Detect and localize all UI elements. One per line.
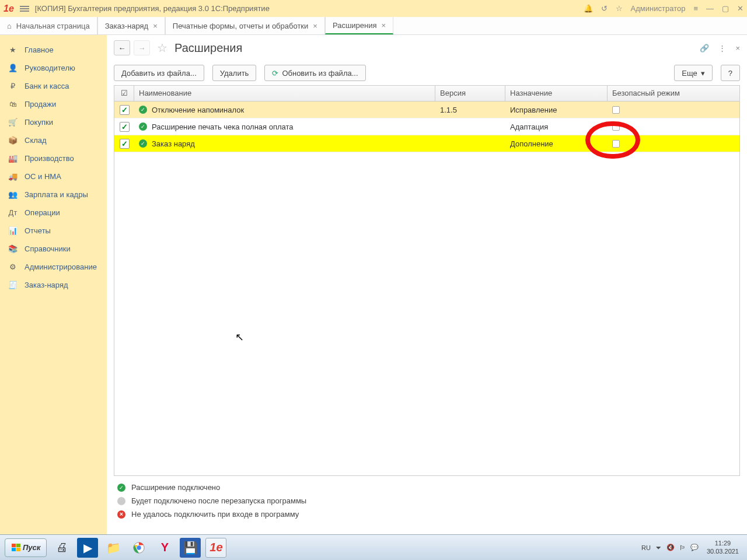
legend-label: Расширение подключено bbox=[131, 483, 220, 492]
sidebar-item-reports[interactable]: 📊Отчеты bbox=[0, 222, 107, 240]
minimize-button[interactable]: — bbox=[706, 4, 714, 13]
cell-version: 1.1.5 bbox=[435, 106, 505, 114]
sidebar-item-label: Операции bbox=[25, 208, 60, 217]
status-ok-icon: ✓ bbox=[117, 484, 125, 492]
main-content: ← → ☆ Расширения 🔗 ⋮ × Добавить из файла… bbox=[107, 35, 747, 534]
sidebar-item-order-form[interactable]: 🧾Заказ-наряд bbox=[0, 276, 107, 294]
taskbar: Пуск 🖨 ▶ 📁 Y 💾 1e RU ⏷ 🔇 🏳 💬 11:29 30.03… bbox=[0, 534, 747, 560]
table-row[interactable]: ✓Заказ наряд Дополнение bbox=[114, 135, 739, 152]
column-safe-mode[interactable]: Безопасный режим bbox=[608, 86, 739, 101]
help-button[interactable]: ? bbox=[721, 65, 740, 81]
status-pending-icon bbox=[117, 497, 125, 505]
status-fail-icon: × bbox=[117, 510, 125, 519]
table-body: ✓Отключение напоминалок 1.1.5 Исправлени… bbox=[114, 102, 739, 475]
cell-purpose: Дополнение bbox=[505, 139, 608, 148]
more-button[interactable]: Еще ▾ bbox=[674, 65, 712, 81]
add-from-file-button[interactable]: Добавить из файла... bbox=[114, 65, 204, 81]
tab-label: Печатные формы, отчеты и обработки bbox=[173, 22, 309, 30]
close-icon[interactable]: × bbox=[313, 22, 317, 30]
favorite-icon[interactable]: ☆ bbox=[157, 41, 167, 55]
close-window-button[interactable]: ✕ bbox=[737, 4, 743, 13]
legend-row-fail: ×Не удалось подключить при входе в прогр… bbox=[117, 510, 736, 519]
tray-chevron-icon[interactable]: ⏷ bbox=[655, 544, 662, 551]
safe-mode-checkbox[interactable] bbox=[612, 123, 620, 131]
bell-icon[interactable]: 🔔 bbox=[584, 4, 593, 13]
tray-lang[interactable]: RU bbox=[641, 544, 651, 551]
column-purpose[interactable]: Назначение bbox=[505, 86, 608, 101]
person-icon: 👤 bbox=[8, 64, 18, 72]
tab-order[interactable]: Заказ-наряд × bbox=[97, 17, 165, 34]
sidebar-item-catalogs[interactable]: 📚Справочники bbox=[0, 240, 107, 258]
column-version[interactable]: Версия bbox=[435, 86, 505, 101]
taskbar-app-server[interactable]: 🖨 bbox=[51, 538, 72, 558]
link-icon[interactable]: 🔗 bbox=[700, 44, 709, 52]
taskbar-app-save[interactable]: 💾 bbox=[180, 538, 201, 558]
sidebar-item-label: Производство bbox=[25, 154, 74, 163]
sidebar-item-sales[interactable]: 🛍Продажи bbox=[0, 95, 107, 113]
close-icon[interactable]: × bbox=[382, 21, 386, 30]
kebab-icon[interactable]: ⋮ bbox=[718, 44, 726, 52]
sidebar-item-main[interactable]: ★Главное bbox=[0, 41, 107, 59]
sidebar-item-purchases[interactable]: 🛒Покупки bbox=[0, 113, 107, 131]
sidebar-item-warehouse[interactable]: 📦Склад bbox=[0, 131, 107, 149]
cart-icon: 🛒 bbox=[8, 118, 18, 127]
window-title: [КОПИЯ] Бухгалтерия предприятия, редакци… bbox=[35, 4, 578, 13]
taskbar-app-yandex[interactable]: Y bbox=[154, 538, 175, 558]
close-page-icon[interactable]: × bbox=[735, 44, 740, 52]
maximize-button[interactable]: ▢ bbox=[722, 4, 729, 13]
button-label: Добавить из файла... bbox=[121, 69, 197, 78]
taskbar-app-powershell[interactable]: ▶ bbox=[77, 538, 98, 558]
history-icon[interactable]: ↺ bbox=[601, 4, 608, 13]
column-name[interactable]: Наименование bbox=[134, 86, 435, 101]
menu-lines-icon[interactable]: ≡ bbox=[693, 4, 698, 13]
sidebar-item-label: Администрирование bbox=[25, 262, 97, 271]
tray-clock[interactable]: 11:29 30.03.2021 bbox=[703, 540, 742, 555]
update-from-file-button[interactable]: ⟳Обновить из файла... bbox=[264, 65, 365, 81]
gear-icon: ⚙ bbox=[8, 262, 18, 271]
tray-sound-icon[interactable]: 🔇 bbox=[666, 544, 675, 551]
status-ok-icon: ✓ bbox=[139, 123, 147, 131]
taskbar-app-1c[interactable]: 1e bbox=[205, 538, 226, 558]
tray-action-icon[interactable]: 💬 bbox=[690, 544, 699, 551]
tray-flag-icon[interactable]: 🏳 bbox=[679, 544, 686, 551]
row-checkbox[interactable] bbox=[120, 139, 130, 149]
box-icon: 📦 bbox=[8, 136, 18, 145]
home-tab[interactable]: ⌂ Начальная страница bbox=[0, 17, 97, 34]
nav-back-button[interactable]: ← bbox=[114, 40, 130, 55]
table-row[interactable]: ✓Расширение печать чека полная оплата Ад… bbox=[114, 118, 739, 135]
sidebar-item-operations[interactable]: ДтОперации bbox=[0, 204, 107, 222]
safe-mode-checkbox[interactable] bbox=[612, 140, 620, 148]
sidebar-item-label: Покупки bbox=[25, 118, 53, 127]
refresh-icon: ⟳ bbox=[272, 69, 278, 78]
column-check-all[interactable]: ☑ bbox=[114, 86, 134, 101]
tab-extensions[interactable]: Расширения × bbox=[325, 17, 393, 34]
row-checkbox[interactable] bbox=[120, 105, 130, 115]
cell-name: Расширение печать чека полная оплата bbox=[152, 123, 294, 131]
sidebar-item-production[interactable]: 🏭Производство bbox=[0, 149, 107, 167]
sidebar-item-hr[interactable]: 👥Зарплата и кадры bbox=[0, 186, 107, 204]
star-icon: ★ bbox=[8, 46, 18, 54]
taskbar-app-explorer[interactable]: 📁 bbox=[103, 538, 124, 558]
row-checkbox[interactable] bbox=[120, 122, 130, 132]
start-button[interactable]: Пуск bbox=[5, 538, 47, 557]
sidebar-item-assets[interactable]: 🚚ОС и НМА bbox=[0, 167, 107, 186]
sidebar-item-manager[interactable]: 👤Руководителю bbox=[0, 59, 107, 77]
sidebar-item-admin[interactable]: ⚙Администрирование bbox=[0, 258, 107, 276]
logo-1c-icon: 1e bbox=[4, 4, 14, 14]
delete-button[interactable]: Удалить bbox=[212, 65, 257, 81]
hamburger-icon[interactable] bbox=[20, 5, 29, 13]
table-row[interactable]: ✓Отключение напоминалок 1.1.5 Исправлени… bbox=[114, 102, 739, 118]
sidebar-item-bank[interactable]: ₽Банк и касса bbox=[0, 77, 107, 95]
safe-mode-checkbox[interactable] bbox=[612, 106, 620, 114]
close-icon[interactable]: × bbox=[153, 22, 158, 30]
star-icon[interactable]: ☆ bbox=[616, 4, 623, 13]
button-label: Удалить bbox=[220, 69, 249, 78]
status-ok-icon: ✓ bbox=[139, 139, 147, 148]
user-label[interactable]: Администратор bbox=[631, 4, 686, 13]
tab-print-forms[interactable]: Печатные формы, отчеты и обработки × bbox=[165, 17, 325, 34]
taskbar-app-chrome[interactable] bbox=[128, 538, 149, 558]
home-tab-label: Начальная страница bbox=[16, 22, 90, 30]
book-icon: 📚 bbox=[8, 244, 18, 253]
doc-icon: 🧾 bbox=[8, 281, 18, 289]
nav-forward-button[interactable]: → bbox=[134, 40, 150, 55]
